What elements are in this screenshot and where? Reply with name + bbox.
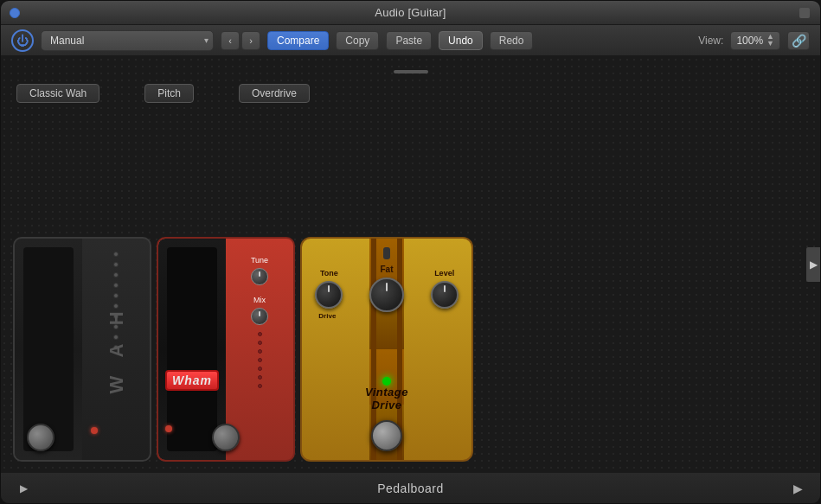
wah-dot-3: [113, 272, 119, 278]
wah-dot-4: [113, 283, 119, 288]
status-bar: ▶ Pedalboard ▶: [1, 472, 820, 503]
undo-button[interactable]: Undo: [439, 31, 483, 50]
od-fat-label: Fat: [380, 265, 393, 274]
od-center-labels: Drive: [302, 312, 471, 320]
od-brand-line1: Vintage: [302, 386, 471, 399]
tune-label: Tune: [251, 256, 268, 265]
power-button[interactable]: ⏻: [11, 29, 34, 52]
redo-button[interactable]: Redo: [490, 31, 534, 50]
pitch-led: [165, 425, 172, 432]
nav-forward-button[interactable]: ›: [241, 31, 260, 50]
od-led: [382, 377, 391, 386]
link-icon: 🔗: [792, 34, 806, 48]
wah-text-container: W A H: [82, 304, 151, 393]
view-zoom-control[interactable]: 100% ▲▼: [730, 31, 780, 50]
pitch-right-panel: Tune Mix: [226, 239, 293, 460]
top-bar-handle: [394, 70, 428, 73]
od-tone-group: Tone: [315, 269, 343, 309]
toolbar: ⏻ Manual ▾ ‹ › Compare Copy Paste Undo R…: [1, 25, 820, 56]
zoom-stepper-icon: ▲▼: [766, 34, 774, 46]
od-drive-sublabel: Drive: [318, 312, 336, 320]
wah-led: [91, 427, 98, 434]
zoom-value: 100%: [736, 35, 763, 47]
pedals-container: W A H Wham Tu: [13, 110, 808, 462]
pitch-dot-1: [258, 332, 262, 336]
wah-footswitch[interactable]: [27, 424, 55, 451]
pitch-dot-7: [258, 384, 262, 388]
pitch-dot-3: [258, 349, 262, 354]
top-bar: [13, 63, 808, 80]
od-fat-group: Fat: [369, 265, 404, 312]
view-label: View:: [698, 35, 723, 47]
wah-pedal[interactable]: W A H: [13, 237, 151, 462]
od-level-label: Level: [434, 269, 454, 278]
mix-label: Mix: [253, 296, 266, 304]
window: Audio [Guitar] ⏻ Manual ▾ ‹ › Compare Co…: [0, 0, 821, 504]
wah-dot-2: [113, 262, 119, 267]
pitch-rocker-dark: [167, 247, 217, 451]
status-scroll-arrow[interactable]: ▶: [789, 480, 806, 497]
nav-group: ‹ ›: [221, 31, 260, 50]
content-inner: Classic Wah Pitch Overdrive: [1, 56, 820, 472]
status-bar-title: Pedalboard: [377, 482, 444, 495]
pitch-knob-section: Tune Mix: [251, 239, 268, 325]
link-button[interactable]: 🔗: [787, 31, 810, 50]
pitch-dot-4: [258, 358, 262, 362]
wah-dot-5: [113, 293, 119, 298]
od-script: Vintage Drive: [302, 386, 471, 412]
copy-button[interactable]: Copy: [336, 31, 379, 50]
compare-button[interactable]: Compare: [267, 31, 329, 50]
od-knobs-container: Tone Fat Level: [302, 265, 471, 312]
wah-dot-1: [113, 252, 119, 257]
nav-back-button[interactable]: ‹: [221, 31, 240, 50]
pitch-dot-5: [258, 367, 262, 371]
play-icon: ▶: [20, 482, 28, 494]
title-bar: Audio [Guitar]: [1, 1, 820, 25]
preset-dropdown[interactable]: Manual: [41, 30, 214, 51]
pitch-dots: [258, 325, 262, 388]
pitch-dot-2: [258, 341, 262, 345]
od-level-group: Level: [431, 269, 459, 309]
tune-knob[interactable]: [251, 268, 268, 285]
od-level-knob[interactable]: [431, 281, 459, 309]
scroll-right-icon: ▶: [793, 482, 803, 495]
pedalboard-area: Classic Wah Pitch Overdrive: [1, 56, 820, 472]
window-close-btn[interactable]: [799, 8, 810, 18]
pitch-footswitch[interactable]: [212, 424, 240, 451]
pedal-labels-row: Classic Wah Pitch Overdrive: [16, 84, 808, 103]
od-top-indicator: [383, 247, 390, 259]
od-brand-line2: Drive: [302, 399, 471, 412]
wah-rocker-dark: [23, 247, 74, 451]
window-title: Audio [Guitar]: [375, 6, 446, 19]
wham-text: Wham: [165, 370, 219, 391]
od-tone-knob[interactable]: [315, 281, 343, 309]
od-footswitch[interactable]: [371, 420, 402, 451]
play-button[interactable]: ▶: [15, 480, 32, 497]
wham-label: Wham: [162, 370, 222, 391]
wah-text: W A H: [106, 304, 128, 393]
traffic-light[interactable]: [10, 8, 20, 18]
pitch-pedal[interactable]: Wham Tune Mix: [157, 237, 295, 462]
pedal-label-overdrive[interactable]: Overdrive: [239, 84, 310, 103]
mix-knob[interactable]: [251, 308, 268, 325]
overdrive-pedal[interactable]: Tone Fat Level D: [300, 237, 473, 462]
preset-container: Manual ▾: [41, 30, 214, 51]
pedal-label-wah[interactable]: Classic Wah: [16, 84, 99, 103]
paste-button[interactable]: Paste: [386, 31, 432, 50]
pedal-label-pitch[interactable]: Pitch: [144, 84, 194, 103]
od-tone-label: Tone: [320, 269, 338, 278]
pitch-dot-6: [258, 375, 262, 380]
od-fat-knob[interactable]: [369, 278, 404, 312]
